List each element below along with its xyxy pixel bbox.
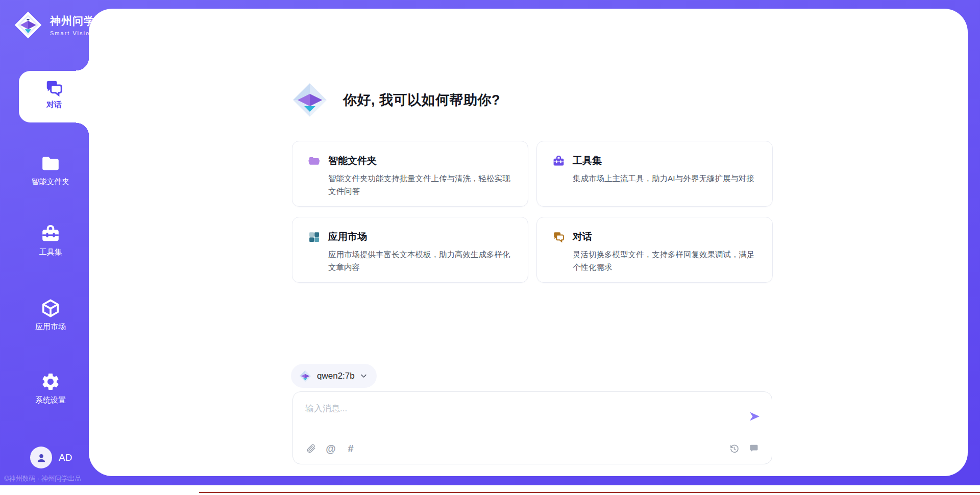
sidebar-item-label: 智能文件夹	[12, 177, 89, 187]
cube-icon	[40, 298, 61, 318]
sidebar-item-label: 对话	[19, 100, 89, 110]
message-composer: @ #	[292, 391, 772, 464]
sidebar-item-smart-folder[interactable]: 智能文件夹	[12, 153, 89, 187]
card-description: 智能文件夹功能支持批量文件上传与清洗，轻松实现文件问答	[328, 172, 516, 197]
main-panel: 你好, 我可以如何帮助你? 智能文件夹 智能文件夹功能支持批量文件上传与清洗，轻…	[89, 9, 968, 476]
grid-icon	[308, 231, 321, 243]
brand: 神州问学 Smart Vision	[13, 10, 95, 40]
hash-icon[interactable]: #	[345, 442, 357, 455]
card-toolset[interactable]: 工具集 集成市场上主流工具，助力AI与外界无缝扩展与对接	[536, 141, 773, 207]
person-icon	[35, 451, 48, 464]
attachment-icon[interactable]	[305, 442, 317, 455]
sidebar-item-toolset[interactable]: 工具集	[12, 224, 89, 257]
sidebar-item-settings[interactable]: 系统设置	[12, 372, 89, 405]
card-title: 智能文件夹	[328, 154, 377, 167]
chat-bubble-icon[interactable]	[748, 442, 760, 455]
card-description: 灵活切换多模型文件，支持多样回复效果调试，满足个性化需求	[573, 248, 760, 274]
copyright: ©神州数码 · 神州问学出品	[4, 474, 81, 483]
folder-open-icon	[308, 155, 321, 167]
card-chat[interactable]: 对话 灵活切换多模型文件，支持多样回复效果调试，满足个性化需求	[536, 217, 773, 283]
bottom-line	[199, 492, 980, 493]
user-profile[interactable]: AD	[30, 447, 72, 468]
message-input[interactable]	[305, 400, 724, 417]
greeting: 你好, 我可以如何帮助你?	[292, 82, 500, 118]
composer-divider	[301, 433, 764, 433]
sidebar-item-label: 工具集	[12, 247, 89, 257]
avatar	[30, 447, 52, 468]
model-name: qwen2:7b	[317, 371, 355, 381]
card-app-market[interactable]: 应用市场 应用市场提供丰富长文本模板，助力高效生成多样化文章内容	[292, 217, 528, 283]
chevron-down-icon	[360, 372, 368, 380]
card-description: 应用市场提供丰富长文本模板，助力高效生成多样化文章内容	[328, 248, 516, 274]
send-icon[interactable]	[748, 410, 761, 423]
bottom-strip	[0, 485, 980, 495]
card-title: 对话	[573, 230, 592, 243]
toolbox-icon	[40, 224, 61, 244]
brand-subtitle: Smart Vision	[50, 30, 95, 36]
brand-name: 神州问学	[50, 14, 95, 28]
model-logo-icon	[299, 370, 311, 382]
greeting-title: 你好, 我可以如何帮助你?	[343, 91, 500, 109]
card-title: 应用市场	[328, 230, 367, 243]
card-smart-folder[interactable]: 智能文件夹 智能文件夹功能支持批量文件上传与清洗，轻松实现文件问答	[292, 141, 528, 207]
sidebar-item-label: 系统设置	[12, 395, 89, 405]
card-title: 工具集	[573, 154, 602, 167]
app-root: 神州问学 Smart Vision 对话 智能文件夹 工具集	[0, 0, 980, 495]
card-description: 集成市场上主流工具，助力AI与外界无缝扩展与对接	[573, 172, 760, 185]
brand-logo-icon	[13, 10, 43, 40]
assistant-logo-icon	[292, 82, 328, 118]
history-icon[interactable]	[728, 442, 740, 455]
chat-bubble-icon	[552, 231, 565, 243]
user-name: AD	[59, 452, 72, 463]
model-selector[interactable]: qwen2:7b	[291, 364, 377, 388]
mention-icon[interactable]: @	[325, 442, 337, 455]
sidebar-item-label: 应用市场	[12, 322, 89, 332]
folder-icon	[40, 153, 61, 174]
sidebar-item-app-market[interactable]: 应用市场	[12, 298, 89, 332]
sidebar-item-chat[interactable]: 对话	[19, 71, 89, 122]
briefcase-icon	[552, 155, 565, 167]
settings-icon	[40, 372, 61, 392]
chat-icon	[44, 79, 64, 98]
